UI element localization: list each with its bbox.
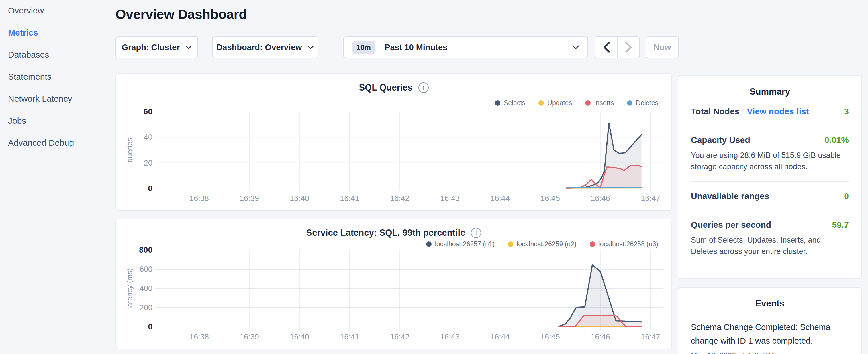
svg-text:16:45: 16:45 <box>540 194 560 203</box>
svg-text:16:40: 16:40 <box>290 194 309 203</box>
svg-text:0: 0 <box>148 184 152 193</box>
sql-queries-plot: 16:3816:3916:4016:4116:4216:4316:4416:45… <box>116 105 672 211</box>
events-panel: Events Schema Change Completed: Schema c… <box>678 287 862 354</box>
svg-text:16:47: 16:47 <box>641 332 660 341</box>
summary-row-value: 59.7 <box>832 220 849 230</box>
now-button[interactable]: Now <box>646 36 679 58</box>
summary-row-value: 0 <box>844 191 849 201</box>
summary-row-unavailable-ranges: Unavailable ranges 0 <box>691 181 849 210</box>
event-message[interactable]: Schema Change Completed: Schema change w… <box>691 320 849 348</box>
svg-text:0: 0 <box>148 322 152 331</box>
svg-text:16:43: 16:43 <box>440 332 460 341</box>
chart-title: Service Latency: SQL, 99th percentile <box>306 228 465 238</box>
svg-text:60: 60 <box>144 107 152 116</box>
svg-text:16:39: 16:39 <box>240 194 259 203</box>
dashboard-dropdown[interactable]: Dashboard: Overview <box>212 36 318 58</box>
legend-series-dot <box>585 100 591 106</box>
graph-scope-dropdown[interactable]: Graph: Cluster <box>116 36 198 58</box>
time-step-forward-button[interactable] <box>617 37 639 58</box>
svg-text:16:38: 16:38 <box>189 332 209 341</box>
controls-divider <box>332 38 333 57</box>
svg-text:16:45: 16:45 <box>540 332 560 341</box>
svg-text:16:40: 16:40 <box>290 332 309 341</box>
chevron-down-icon <box>185 45 192 50</box>
svg-text:16:41: 16:41 <box>340 194 359 203</box>
time-range-label: Past 10 Minutes <box>384 43 447 52</box>
time-step-back-button[interactable] <box>595 37 617 58</box>
summary-row-value: 0.01% <box>825 135 849 145</box>
info-icon[interactable]: i <box>418 83 429 93</box>
summary-row-value: 3 <box>844 106 849 116</box>
svg-text:800: 800 <box>139 246 152 254</box>
sidebar-item-databases[interactable]: Databases <box>8 50 49 60</box>
svg-text:latency (ms): latency (ms) <box>125 268 134 309</box>
svg-text:16:39: 16:39 <box>240 332 259 341</box>
svg-text:16:46: 16:46 <box>591 194 610 203</box>
dashboard-dropdown-label: Dashboard: Overview <box>216 43 302 52</box>
summary-row-label: P99 latency <box>691 276 738 279</box>
summary-panel: Summary Total Nodes View nodes list 3 Ca… <box>678 75 862 279</box>
service-latency-chart-card: Service Latency: SQL, 99th percentile i … <box>116 219 672 349</box>
sidebar-item-advanced-debug[interactable]: Advanced Debug <box>8 138 74 148</box>
summary-row-label: Capacity Used <box>691 135 750 145</box>
svg-text:16:46: 16:46 <box>591 332 610 341</box>
svg-text:16:42: 16:42 <box>390 332 409 341</box>
sql-queries-chart-card: SQL Queries i SelectsUpdatesInsertsDelet… <box>116 73 672 211</box>
events-title: Events <box>691 298 849 309</box>
svg-text:16:38: 16:38 <box>189 194 209 203</box>
chevron-left-icon <box>602 41 610 53</box>
legend-series-dot <box>538 100 544 106</box>
summary-row-label: Unavailable ranges <box>691 191 769 201</box>
now-button-label: Now <box>653 43 671 52</box>
summary-row-p99-latency: P99 latency 46.1 ms <box>691 266 849 279</box>
svg-text:20: 20 <box>144 159 152 167</box>
chart-title: SQL Queries <box>359 83 412 93</box>
time-window-badge: 10m <box>352 41 375 54</box>
svg-text:200: 200 <box>140 303 152 312</box>
sidebar-item-jobs[interactable]: Jobs <box>8 116 26 126</box>
summary-row-description: Sum of Selects, Updates, Inserts, and De… <box>691 234 849 257</box>
summary-row-queries-per-second: Queries per second 59.7 Sum of Selects, … <box>691 210 849 266</box>
sidebar-item-statements[interactable]: Statements <box>8 72 52 82</box>
time-step-buttons <box>595 36 640 58</box>
legend-series-dot <box>495 100 500 106</box>
svg-text:16:41: 16:41 <box>340 332 359 341</box>
summary-row-total-nodes: Total Nodes View nodes list 3 <box>691 97 849 125</box>
svg-text:400: 400 <box>140 284 152 293</box>
summary-row-label: Queries per second <box>691 220 771 230</box>
sidebar-item-overview[interactable]: Overview <box>8 6 44 15</box>
info-icon[interactable]: i <box>471 228 481 238</box>
svg-text:16:47: 16:47 <box>641 194 660 203</box>
summary-row-capacity-used: Capacity Used 0.01% You are using 28.6 M… <box>691 125 849 181</box>
svg-text:16:44: 16:44 <box>490 332 510 341</box>
svg-text:40: 40 <box>144 133 152 141</box>
legend-series-dot <box>627 100 632 106</box>
svg-text:600: 600 <box>140 265 152 273</box>
sidebar: Overview Metrics Databases Statements Ne… <box>0 0 115 354</box>
svg-text:16:43: 16:43 <box>440 194 460 203</box>
event-timestamp: May 13, 2020 at 4:45 PM <box>691 351 849 354</box>
time-range-picker[interactable]: 10m Past 10 Minutes <box>343 36 588 58</box>
chevron-right-icon <box>625 41 632 53</box>
view-nodes-list-link[interactable]: View nodes list <box>747 106 809 116</box>
sidebar-item-metrics[interactable]: Metrics <box>8 28 38 37</box>
chevron-down-icon <box>307 45 314 50</box>
summary-title: Summary <box>691 87 849 97</box>
summary-row-value: 46.1 ms <box>817 276 849 279</box>
svg-text:queries: queries <box>125 138 134 162</box>
summary-row-label: Total Nodes <box>691 106 739 116</box>
sidebar-item-network-latency[interactable]: Network Latency <box>8 94 72 104</box>
chevron-down-icon <box>572 45 580 50</box>
page-title: Overview Dashboard <box>116 6 247 22</box>
service-latency-plot: 16:3816:3916:4016:4116:4216:4316:4416:45… <box>116 244 672 349</box>
graph-scope-dropdown-label: Graph: Cluster <box>122 43 180 52</box>
svg-text:16:44: 16:44 <box>490 194 510 203</box>
summary-row-description: You are using 28.6 MiB of 515.9 GiB usab… <box>691 150 849 172</box>
svg-text:16:42: 16:42 <box>390 194 409 203</box>
